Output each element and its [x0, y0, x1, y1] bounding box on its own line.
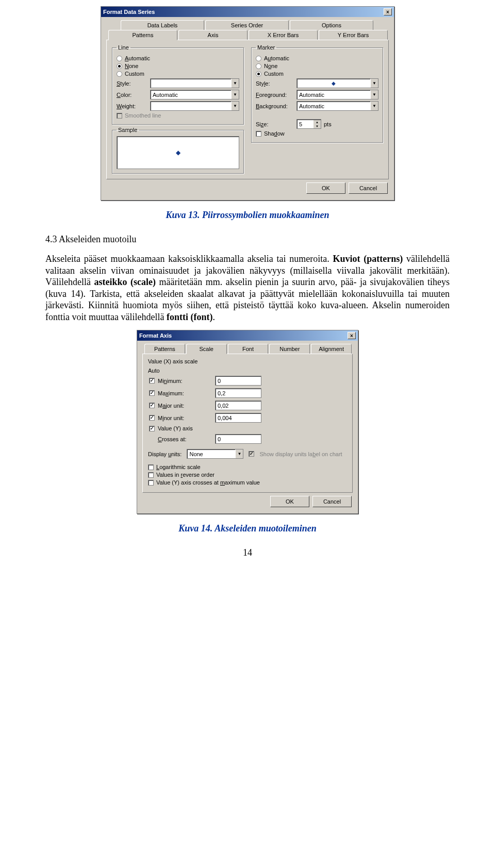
style-label: Style:Style: [117, 80, 147, 87]
smoothed-line-row: Smoothed line [117, 112, 239, 119]
input-value: 0,02 [218, 403, 228, 409]
tab-label: Y Error Bars [338, 32, 369, 38]
checkbox-icon[interactable] [148, 480, 154, 486]
tab-patterns[interactable]: Patterns [144, 344, 185, 354]
color-label: Color:Color: [117, 92, 147, 98]
tab-scale[interactable]: Scale [186, 344, 227, 354]
checkbox-icon[interactable] [149, 426, 155, 431]
tab-number[interactable]: Number [269, 344, 310, 354]
tab-label: X Error Bars [268, 32, 299, 38]
size-label: Size:Size: [256, 121, 294, 127]
marker-background-dropdown[interactable]: Automatic▼ [296, 101, 378, 111]
radio-label: AAutomaticutomatic [125, 55, 150, 61]
tab-y-error-bars[interactable]: Y Error Bars [319, 30, 388, 40]
field-label: Value (Y) axis [158, 425, 212, 431]
minor-unit-input[interactable]: 0,004 [215, 413, 261, 423]
checkbox-icon[interactable] [148, 472, 154, 478]
format-data-series-dialog: Format Data Series × Data Labels Series … [101, 6, 394, 201]
tab-label: Options [322, 22, 341, 28]
size-unit: pts [324, 121, 362, 127]
minimum-input[interactable]: 0 [215, 376, 261, 386]
checkbox-icon[interactable] [256, 131, 261, 137]
section-heading: 4.3 Akseleiden muotoilu [45, 234, 450, 245]
title-bar[interactable]: Format Axis × [137, 330, 358, 341]
line-group: Line AAutomaticutomatic NoneNone Custom [112, 44, 244, 125]
input-value: 0,004 [218, 415, 232, 421]
tab-data-labels[interactable]: Data Labels [121, 20, 204, 30]
tab-font[interactable]: Font [228, 344, 269, 354]
maximum-input[interactable]: 0,2 [215, 388, 261, 398]
radio-icon[interactable] [117, 56, 122, 61]
checkbox-icon[interactable] [149, 390, 155, 396]
line-style-dropdown[interactable]: ▼ [150, 78, 239, 88]
field-label: Minimum:Minimum: [158, 378, 212, 384]
tab-label: Axis [208, 32, 219, 38]
chevron-down-icon: ▼ [231, 102, 239, 110]
format-axis-dialog: Format Axis × Patterns Scale Font Number… [137, 330, 358, 514]
marker-custom-row[interactable]: Custom [256, 71, 378, 77]
checkbox-icon[interactable] [149, 403, 155, 408]
sample-preview: ◆ [117, 136, 239, 169]
foreground-label: Foreground:Foreground: [256, 92, 294, 98]
dropdown-value: None [187, 451, 235, 457]
tab-label: Patterns [154, 346, 175, 352]
line-color-dropdown[interactable]: Automatic▼ [150, 90, 239, 99]
tab-x-error-bars[interactable]: X Error Bars [249, 30, 318, 40]
radio-icon[interactable] [117, 71, 122, 77]
value-y-axis-row: Value (Y) axis [149, 425, 347, 431]
radio-icon[interactable] [256, 71, 261, 77]
close-icon[interactable]: × [384, 8, 392, 15]
radio-icon[interactable] [256, 56, 261, 61]
marker-legend: Marker [256, 44, 276, 51]
dialog-title: Format Data Series [103, 9, 155, 15]
checkbox-label: Values in reverse orderValues in reverse… [156, 472, 214, 478]
close-icon[interactable]: × [348, 332, 356, 339]
minimum-row: Minimum:Minimum: 0 [149, 376, 347, 386]
tab-alignment[interactable]: Alignment [311, 344, 352, 354]
tab-row: Patterns Scale Font Number Alignment [144, 344, 353, 354]
checkbox-icon[interactable] [149, 415, 155, 421]
major-unit-input[interactable]: 0,02 [215, 400, 261, 410]
auto-label: Auto [148, 368, 347, 374]
scale-title: Value (X) axis scale [148, 358, 347, 364]
tab-label: Font [242, 346, 254, 352]
radio-icon[interactable] [256, 63, 261, 69]
crosses-at-input[interactable]: 0 [215, 434, 261, 444]
shadow-row[interactable]: ShadowShadow [256, 130, 378, 137]
patterns-panel: Line AAutomaticutomatic NoneNone Custom [106, 40, 389, 179]
checkbox-icon[interactable] [148, 464, 154, 470]
ok-button[interactable]: OK [306, 182, 345, 194]
line-automatic-row[interactable]: AAutomaticutomatic [117, 55, 239, 61]
checkbox-icon[interactable] [149, 378, 155, 383]
tab-axis[interactable]: Axis [178, 30, 248, 40]
marker-none-row[interactable]: NoneNone [256, 63, 378, 69]
tab-label: Alignment [319, 346, 344, 352]
line-none-row[interactable]: NoneNone [117, 63, 239, 69]
tab-patterns[interactable]: Patterns [108, 30, 177, 40]
display-units-label: Display units:Display units: [148, 451, 182, 457]
tab-options[interactable]: Options [290, 20, 373, 30]
marker-size-spinner[interactable]: 5 ▲▼ [296, 119, 321, 129]
diamond-marker-icon: ◆ [176, 149, 180, 156]
radio-icon[interactable] [117, 63, 122, 69]
ok-button[interactable]: OK [270, 496, 309, 507]
tab-series-order[interactable]: Series Order [205, 20, 289, 30]
reverse-order-row[interactable]: Values in reverse orderValues in reverse… [148, 472, 347, 478]
marker-style-dropdown[interactable]: ▼ [296, 78, 378, 88]
marker-automatic-row[interactable]: AutomaticAutomatic [256, 55, 378, 61]
tab-row-back: Data Labels Series Order Options [121, 20, 374, 30]
chevron-down-icon: ▼ [370, 90, 378, 99]
radio-label: Custom [264, 71, 284, 77]
log-scale-row[interactable]: Logarithmic scaleLogarithmic scale [148, 464, 347, 470]
chevron-up-icon[interactable]: ▲ [313, 120, 321, 124]
line-weight-dropdown[interactable]: ▼ [150, 101, 239, 111]
marker-foreground-dropdown[interactable]: Automatic▼ [296, 90, 378, 99]
crosses-at-max-row[interactable]: Value (Y) axis crosses at maximum valueV… [148, 479, 347, 486]
display-units-dropdown[interactable]: None▼ [187, 449, 243, 459]
line-custom-row[interactable]: Custom [117, 71, 239, 77]
chevron-down-icon[interactable]: ▼ [313, 124, 321, 128]
cancel-button[interactable]: Cancel [349, 182, 388, 194]
cancel-button[interactable]: Cancel [312, 496, 352, 507]
title-bar[interactable]: Format Data Series × [101, 7, 394, 17]
marker-style-label: Style:Style: [256, 80, 294, 87]
